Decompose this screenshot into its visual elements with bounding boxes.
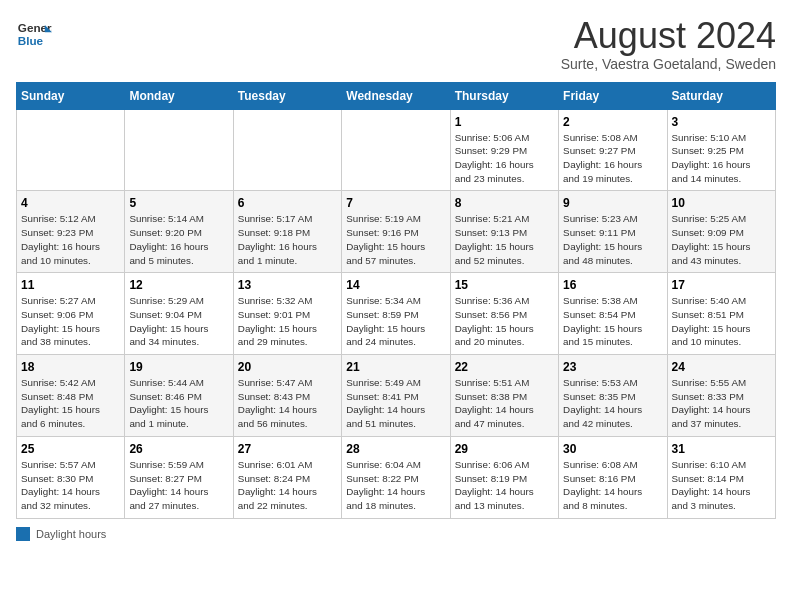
day-number: 16: [563, 278, 662, 292]
day-number: 31: [672, 442, 771, 456]
day-number: 5: [129, 196, 228, 210]
day-number: 6: [238, 196, 337, 210]
legend: Daylight hours: [16, 527, 776, 541]
calendar-cell: 12Sunrise: 5:29 AM Sunset: 9:04 PM Dayli…: [125, 273, 233, 355]
calendar-cell: 7Sunrise: 5:19 AM Sunset: 9:16 PM Daylig…: [342, 191, 450, 273]
column-header-monday: Monday: [125, 82, 233, 109]
calendar-cell: 3Sunrise: 5:10 AM Sunset: 9:25 PM Daylig…: [667, 109, 775, 191]
day-info: Sunrise: 6:10 AM Sunset: 8:14 PM Dayligh…: [672, 458, 771, 513]
header-row: SundayMondayTuesdayWednesdayThursdayFrid…: [17, 82, 776, 109]
svg-text:Blue: Blue: [18, 34, 44, 47]
day-info: Sunrise: 5:10 AM Sunset: 9:25 PM Dayligh…: [672, 131, 771, 186]
day-info: Sunrise: 6:04 AM Sunset: 8:22 PM Dayligh…: [346, 458, 445, 513]
header: General Blue August 2024 Surte, Vaestra …: [16, 16, 776, 72]
week-row-2: 4Sunrise: 5:12 AM Sunset: 9:23 PM Daylig…: [17, 191, 776, 273]
column-header-thursday: Thursday: [450, 82, 558, 109]
day-info: Sunrise: 5:06 AM Sunset: 9:29 PM Dayligh…: [455, 131, 554, 186]
day-info: Sunrise: 5:36 AM Sunset: 8:56 PM Dayligh…: [455, 294, 554, 349]
calendar-cell: [17, 109, 125, 191]
day-number: 28: [346, 442, 445, 456]
day-info: Sunrise: 5:44 AM Sunset: 8:46 PM Dayligh…: [129, 376, 228, 431]
day-info: Sunrise: 5:53 AM Sunset: 8:35 PM Dayligh…: [563, 376, 662, 431]
day-number: 2: [563, 115, 662, 129]
day-number: 20: [238, 360, 337, 374]
day-info: Sunrise: 5:12 AM Sunset: 9:23 PM Dayligh…: [21, 212, 120, 267]
day-number: 29: [455, 442, 554, 456]
main-title: August 2024: [561, 16, 776, 56]
calendar-cell: 28Sunrise: 6:04 AM Sunset: 8:22 PM Dayli…: [342, 436, 450, 518]
day-info: Sunrise: 6:06 AM Sunset: 8:19 PM Dayligh…: [455, 458, 554, 513]
calendar-cell: 20Sunrise: 5:47 AM Sunset: 8:43 PM Dayli…: [233, 355, 341, 437]
day-info: Sunrise: 5:25 AM Sunset: 9:09 PM Dayligh…: [672, 212, 771, 267]
calendar-cell: 27Sunrise: 6:01 AM Sunset: 8:24 PM Dayli…: [233, 436, 341, 518]
calendar-cell: 22Sunrise: 5:51 AM Sunset: 8:38 PM Dayli…: [450, 355, 558, 437]
day-info: Sunrise: 5:14 AM Sunset: 9:20 PM Dayligh…: [129, 212, 228, 267]
calendar-cell: 17Sunrise: 5:40 AM Sunset: 8:51 PM Dayli…: [667, 273, 775, 355]
day-number: 9: [563, 196, 662, 210]
calendar-cell: [125, 109, 233, 191]
day-number: 25: [21, 442, 120, 456]
calendar-table: SundayMondayTuesdayWednesdayThursdayFrid…: [16, 82, 776, 519]
calendar-cell: 14Sunrise: 5:34 AM Sunset: 8:59 PM Dayli…: [342, 273, 450, 355]
calendar-cell: 13Sunrise: 5:32 AM Sunset: 9:01 PM Dayli…: [233, 273, 341, 355]
day-number: 24: [672, 360, 771, 374]
day-info: Sunrise: 5:29 AM Sunset: 9:04 PM Dayligh…: [129, 294, 228, 349]
day-number: 19: [129, 360, 228, 374]
calendar-cell: 1Sunrise: 5:06 AM Sunset: 9:29 PM Daylig…: [450, 109, 558, 191]
calendar-cell: 6Sunrise: 5:17 AM Sunset: 9:18 PM Daylig…: [233, 191, 341, 273]
calendar-cell: 2Sunrise: 5:08 AM Sunset: 9:27 PM Daylig…: [559, 109, 667, 191]
calendar-cell: [233, 109, 341, 191]
day-info: Sunrise: 5:08 AM Sunset: 9:27 PM Dayligh…: [563, 131, 662, 186]
day-number: 18: [21, 360, 120, 374]
day-number: 13: [238, 278, 337, 292]
week-row-5: 25Sunrise: 5:57 AM Sunset: 8:30 PM Dayli…: [17, 436, 776, 518]
week-row-4: 18Sunrise: 5:42 AM Sunset: 8:48 PM Dayli…: [17, 355, 776, 437]
day-info: Sunrise: 5:21 AM Sunset: 9:13 PM Dayligh…: [455, 212, 554, 267]
day-info: Sunrise: 5:51 AM Sunset: 8:38 PM Dayligh…: [455, 376, 554, 431]
day-info: Sunrise: 5:32 AM Sunset: 9:01 PM Dayligh…: [238, 294, 337, 349]
day-number: 12: [129, 278, 228, 292]
day-number: 3: [672, 115, 771, 129]
calendar-cell: 30Sunrise: 6:08 AM Sunset: 8:16 PM Dayli…: [559, 436, 667, 518]
day-info: Sunrise: 6:01 AM Sunset: 8:24 PM Dayligh…: [238, 458, 337, 513]
day-number: 1: [455, 115, 554, 129]
legend-color-box: [16, 527, 30, 541]
day-info: Sunrise: 5:34 AM Sunset: 8:59 PM Dayligh…: [346, 294, 445, 349]
day-info: Sunrise: 5:57 AM Sunset: 8:30 PM Dayligh…: [21, 458, 120, 513]
column-header-friday: Friday: [559, 82, 667, 109]
column-header-tuesday: Tuesday: [233, 82, 341, 109]
day-info: Sunrise: 5:49 AM Sunset: 8:41 PM Dayligh…: [346, 376, 445, 431]
day-number: 10: [672, 196, 771, 210]
day-number: 17: [672, 278, 771, 292]
day-info: Sunrise: 5:55 AM Sunset: 8:33 PM Dayligh…: [672, 376, 771, 431]
day-number: 8: [455, 196, 554, 210]
calendar-cell: 21Sunrise: 5:49 AM Sunset: 8:41 PM Dayli…: [342, 355, 450, 437]
legend-label: Daylight hours: [36, 528, 106, 540]
calendar-cell: 26Sunrise: 5:59 AM Sunset: 8:27 PM Dayli…: [125, 436, 233, 518]
column-header-saturday: Saturday: [667, 82, 775, 109]
calendar-cell: 29Sunrise: 6:06 AM Sunset: 8:19 PM Dayli…: [450, 436, 558, 518]
calendar-cell: 9Sunrise: 5:23 AM Sunset: 9:11 PM Daylig…: [559, 191, 667, 273]
calendar-cell: 8Sunrise: 5:21 AM Sunset: 9:13 PM Daylig…: [450, 191, 558, 273]
calendar-cell: 4Sunrise: 5:12 AM Sunset: 9:23 PM Daylig…: [17, 191, 125, 273]
subtitle: Surte, Vaestra Goetaland, Sweden: [561, 56, 776, 72]
day-info: Sunrise: 5:23 AM Sunset: 9:11 PM Dayligh…: [563, 212, 662, 267]
week-row-3: 11Sunrise: 5:27 AM Sunset: 9:06 PM Dayli…: [17, 273, 776, 355]
calendar-cell: 24Sunrise: 5:55 AM Sunset: 8:33 PM Dayli…: [667, 355, 775, 437]
calendar-cell: 15Sunrise: 5:36 AM Sunset: 8:56 PM Dayli…: [450, 273, 558, 355]
calendar-cell: 11Sunrise: 5:27 AM Sunset: 9:06 PM Dayli…: [17, 273, 125, 355]
day-number: 22: [455, 360, 554, 374]
day-info: Sunrise: 5:27 AM Sunset: 9:06 PM Dayligh…: [21, 294, 120, 349]
week-row-1: 1Sunrise: 5:06 AM Sunset: 9:29 PM Daylig…: [17, 109, 776, 191]
day-info: Sunrise: 5:59 AM Sunset: 8:27 PM Dayligh…: [129, 458, 228, 513]
calendar-cell: [342, 109, 450, 191]
day-number: 21: [346, 360, 445, 374]
column-header-sunday: Sunday: [17, 82, 125, 109]
day-number: 14: [346, 278, 445, 292]
calendar-cell: 19Sunrise: 5:44 AM Sunset: 8:46 PM Dayli…: [125, 355, 233, 437]
day-info: Sunrise: 5:38 AM Sunset: 8:54 PM Dayligh…: [563, 294, 662, 349]
day-number: 7: [346, 196, 445, 210]
title-area: August 2024 Surte, Vaestra Goetaland, Sw…: [561, 16, 776, 72]
day-number: 4: [21, 196, 120, 210]
day-info: Sunrise: 5:17 AM Sunset: 9:18 PM Dayligh…: [238, 212, 337, 267]
